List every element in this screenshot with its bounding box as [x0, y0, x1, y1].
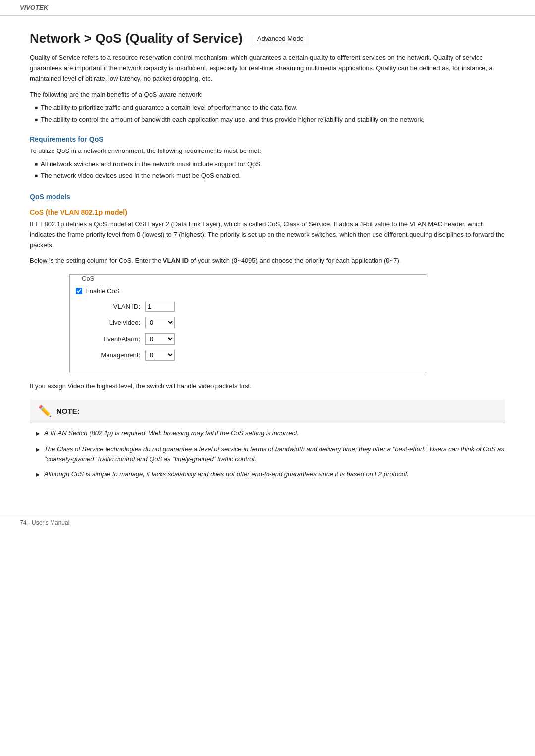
- footer-text: 74 - User's Manual: [20, 519, 69, 526]
- intro-bullet-1: The ability to prioritize traffic and gu…: [35, 103, 505, 113]
- cos-fieldset-legend: CoS: [79, 275, 420, 282]
- note-arrow-1: ►: [35, 429, 41, 439]
- enable-cos-label: Enable CoS: [85, 287, 119, 295]
- intro-para2: The following are the main benefits of a…: [30, 90, 505, 100]
- intro-bullet-2: The ability to control the amount of ban…: [35, 115, 505, 125]
- live-video-row: Live video: 0123 4567: [86, 317, 420, 328]
- event-alarm-row: Event/Alarm: 0123 4567: [86, 333, 420, 345]
- note-item-3-text: Although CoS is simple to manage, it lac…: [44, 469, 409, 480]
- note-arrow-3: ►: [35, 470, 41, 480]
- note-arrow-2: ►: [35, 445, 41, 455]
- note-item-1-text: A VLAN Switch (802.1p) is required. Web …: [44, 428, 299, 439]
- event-alarm-select[interactable]: 0123 4567: [145, 333, 175, 345]
- note-item-2-text: The Class of Service technologies do not…: [44, 444, 505, 465]
- vlan-id-input[interactable]: [145, 302, 175, 312]
- cos-para2-bold: VLAN ID: [163, 257, 189, 264]
- note-item-1: ► A VLAN Switch (802.1p) is required. We…: [35, 428, 505, 439]
- management-row: Management: 0123 4567: [86, 350, 420, 361]
- note-item-3: ► Although CoS is simple to manage, it l…: [35, 469, 505, 480]
- enable-cos-row: Enable CoS: [76, 287, 420, 295]
- cos-para2-post: of your switch (0~4095) and choose the p…: [189, 257, 401, 264]
- vlan-id-label: VLAN ID:: [86, 303, 145, 310]
- cos-para1: IEEE802.1p defines a QoS model at OSI La…: [30, 219, 505, 250]
- cos-para2: Below is the setting column for CoS. Ent…: [30, 256, 505, 266]
- requirements-title: Requirements for QoS: [30, 135, 505, 143]
- req-bullet-1: All network switches and routers in the …: [35, 159, 505, 169]
- after-cos-text: If you assign Video the highest level, t…: [30, 381, 505, 392]
- page-title: Network > QoS (Quality of Service): [30, 31, 243, 46]
- note-items: ► A VLAN Switch (802.1p) is required. We…: [35, 428, 505, 480]
- intro-para1: Quality of Service refers to a resource …: [30, 53, 505, 84]
- vlan-id-row: VLAN ID:: [86, 302, 420, 312]
- cos-title: CoS (the VLAN 802.1p model): [30, 208, 505, 216]
- advanced-mode-button[interactable]: Advanced Mode: [252, 33, 309, 44]
- note-item-2: ► The Class of Service technologies do n…: [35, 444, 505, 465]
- note-box: ✏️ NOTE:: [30, 400, 505, 423]
- event-alarm-label: Event/Alarm:: [86, 335, 145, 343]
- live-video-label: Live video:: [86, 319, 145, 326]
- req-bullet-2: The network video devices used in the ne…: [35, 171, 505, 181]
- qos-models-link[interactable]: QoS models: [30, 193, 505, 201]
- page-header: VIVOTEK: [0, 0, 535, 16]
- page-content: Network > QoS (Quality of Service) Advan…: [0, 16, 535, 505]
- brand-label: VIVOTEK: [20, 4, 48, 11]
- requirements-section: Requirements for QoS To utilize QoS in a…: [30, 135, 505, 181]
- management-select[interactable]: 0123 4567: [145, 350, 175, 361]
- requirements-intro: To utilize QoS in a network environment,…: [30, 146, 505, 156]
- enable-cos-checkbox[interactable]: [76, 288, 82, 294]
- note-label: NOTE:: [56, 407, 80, 415]
- page-footer: 74 - User's Manual: [0, 515, 535, 530]
- page-title-row: Network > QoS (Quality of Service) Advan…: [30, 31, 505, 46]
- cos-fieldset-wrapper: CoS Enable CoS VLAN ID: Live video: 0123…: [69, 274, 426, 373]
- management-label: Management:: [86, 352, 145, 359]
- live-video-select[interactable]: 0123 4567: [145, 317, 175, 328]
- intro-bullets: The ability to prioritize traffic and gu…: [35, 103, 505, 124]
- cos-section: CoS (the VLAN 802.1p model) IEEE802.1p d…: [30, 208, 505, 373]
- note-icon: ✏️: [38, 405, 52, 418]
- cos-para2-pre: Below is the setting column for CoS. Ent…: [30, 257, 163, 264]
- requirements-bullets: All network switches and routers in the …: [35, 159, 505, 181]
